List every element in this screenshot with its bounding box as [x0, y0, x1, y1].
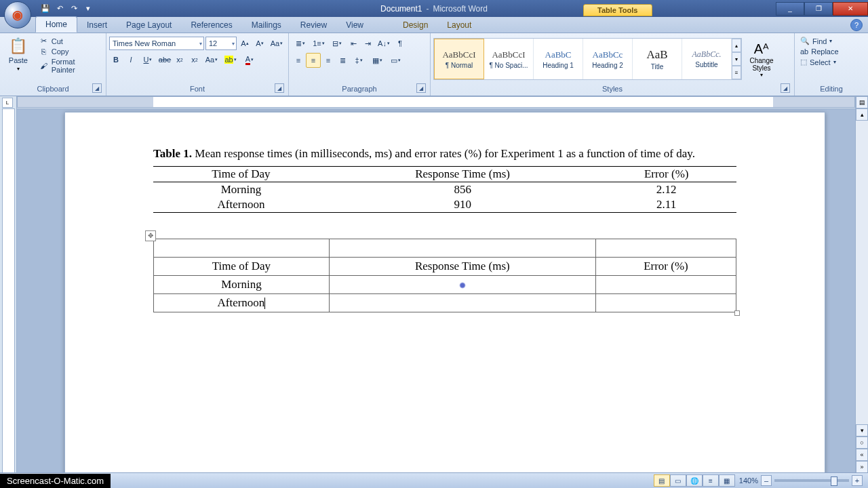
paste-button[interactable]: 📋 Paste ▾	[3, 35, 34, 75]
font-launcher[interactable]: ◢	[275, 83, 284, 93]
tab-view[interactable]: View	[336, 18, 373, 33]
font-color-button[interactable]: A	[241, 53, 258, 66]
title-bar: 💾 ↶ ↷ ▾ Document1-Microsoft Word Table T…	[0, 0, 868, 17]
tab-insert[interactable]: Insert	[77, 18, 117, 33]
find-button[interactable]: 🔍Find	[797, 36, 842, 46]
gallery-scroll[interactable]: ▴▾≡	[732, 39, 741, 79]
group-styles: AaBbCcI¶ Normal AaBbCcI¶ No Spaci... AaB…	[431, 33, 795, 96]
decrease-indent-button[interactable]: ⇤	[347, 37, 360, 50]
bullets-button[interactable]: ≣	[292, 37, 309, 50]
tab-review[interactable]: Review	[291, 18, 336, 33]
replace-icon: ab	[800, 47, 808, 56]
align-left-button[interactable]: ≡	[292, 54, 305, 67]
brush-icon: 🖌	[39, 62, 49, 70]
style-no-spacing[interactable]: AaBbCcI¶ No Spaci...	[484, 39, 534, 79]
style-heading1[interactable]: AaBbCHeading 1	[534, 39, 583, 79]
bold-button[interactable]: B	[109, 53, 123, 66]
style-heading2[interactable]: AaBbCcHeading 2	[583, 39, 633, 79]
cut-button[interactable]: ✂Cut	[37, 36, 103, 46]
style-normal[interactable]: AaBbCcI¶ Normal	[434, 39, 484, 79]
ribbon: 📋 Paste ▾ ✂Cut ⎘Copy 🖌Format Painter Cli…	[0, 33, 868, 96]
tab-design[interactable]: Design	[393, 18, 437, 33]
paragraph-launcher[interactable]: ◢	[416, 83, 426, 93]
copy-icon: ⎘	[39, 47, 49, 56]
help-icon[interactable]: ?	[850, 19, 863, 31]
styles-gallery[interactable]: AaBbCcI¶ Normal AaBbCcI¶ No Spaci... AaB…	[433, 38, 742, 80]
tab-home[interactable]: Home	[35, 16, 77, 33]
underline-button[interactable]: U	[139, 53, 157, 66]
change-case-button[interactable]: Aa	[203, 53, 220, 66]
increase-indent-button[interactable]: ⇥	[361, 37, 374, 50]
change-styles-button[interactable]: Aᴬ Change Styles ▾	[745, 41, 778, 78]
subscript-button[interactable]: x2	[173, 53, 186, 66]
shrink-font-button[interactable]: A▾	[253, 37, 267, 50]
close-button[interactable]: ✕	[833, 2, 868, 16]
show-marks-button[interactable]: ¶	[393, 37, 407, 50]
scissors-icon: ✂	[39, 37, 49, 45]
style-subtitle[interactable]: AaBbCc.Subtitle	[682, 39, 732, 79]
maximize-button[interactable]: ❐	[804, 2, 833, 16]
multilevel-button[interactable]: ⊟	[328, 37, 346, 50]
group-paragraph: ≣ 1≡ ⊟ ⇤ ⇥ A↓ ¶ ≡ ≡ ≡ ≣ ‡ ▦ ▭ Paragraph◢	[289, 33, 431, 96]
numbering-button[interactable]: 1≡	[310, 37, 328, 50]
paste-icon: 📋	[9, 37, 27, 55]
tab-mailings[interactable]: Mailings	[242, 18, 291, 33]
styles-launcher[interactable]: ◢	[781, 83, 790, 93]
find-icon: 🔍	[800, 37, 810, 45]
line-spacing-button[interactable]: ‡	[350, 54, 368, 67]
font-name-combo[interactable]: Times New Roman	[109, 37, 204, 50]
strike-button[interactable]: abe	[158, 53, 172, 66]
ribbon-tabs: Home Insert Page Layout References Maili…	[0, 17, 868, 33]
qat-save-icon[interactable]: 💾	[39, 3, 52, 15]
office-icon: ◉	[12, 7, 23, 22]
clear-formatting-button[interactable]: Aa	[268, 37, 285, 50]
qat-redo-icon[interactable]: ↷	[68, 3, 80, 15]
select-button[interactable]: ⬚Select	[797, 57, 842, 67]
font-size-combo[interactable]: 12	[205, 37, 237, 50]
clipboard-launcher[interactable]: ◢	[92, 83, 102, 93]
quick-access-toolbar: 💾 ↶ ↷ ▾	[39, 3, 94, 15]
select-icon: ⬚	[800, 58, 807, 66]
format-painter-button[interactable]: 🖌Format Painter	[37, 57, 103, 75]
group-clipboard: 📋 Paste ▾ ✂Cut ⎘Copy 🖌Format Painter Cli…	[0, 33, 106, 96]
group-label-font: Font	[190, 85, 205, 93]
group-label-editing: Editing	[820, 85, 843, 93]
style-title[interactable]: AaBTitle	[633, 39, 682, 79]
grow-font-button[interactable]: A▴	[238, 37, 252, 50]
tab-references[interactable]: References	[181, 18, 241, 33]
group-font: Times New Roman 12 A▴ A▾ Aa B I U abe x2…	[106, 33, 289, 96]
window-title: Document1-Microsoft Word	[0, 4, 868, 14]
tab-layout[interactable]: Layout	[437, 18, 481, 33]
italic-button[interactable]: I	[124, 53, 138, 66]
borders-button[interactable]: ▭	[387, 54, 404, 67]
align-right-button[interactable]: ≡	[321, 54, 335, 67]
align-center-button[interactable]: ≡	[306, 53, 321, 68]
copy-button[interactable]: ⎘Copy	[37, 47, 103, 56]
superscript-button[interactable]: x2	[188, 53, 201, 66]
tab-page-layout[interactable]: Page Layout	[117, 18, 181, 33]
minimize-button[interactable]: _	[776, 2, 804, 16]
replace-button[interactable]: abReplace	[797, 47, 842, 56]
group-label-styles: Styles	[602, 85, 623, 93]
shading-button[interactable]: ▦	[368, 54, 386, 67]
office-button[interactable]: ◉	[4, 1, 31, 28]
group-label-clipboard: Clipboard	[37, 85, 68, 93]
justify-button[interactable]: ≣	[336, 54, 349, 67]
highlight-button[interactable]: ab	[222, 53, 239, 66]
sort-button[interactable]: A↓	[375, 37, 393, 50]
contextual-tab-title: Table Tools	[583, 0, 652, 16]
qat-undo-icon[interactable]: ↶	[54, 3, 66, 15]
change-styles-icon: Aᴬ	[754, 41, 769, 57]
qat-customize-icon[interactable]: ▾	[82, 3, 94, 15]
group-editing: 🔍Find abReplace ⬚Select Editing	[795, 33, 868, 96]
group-label-paragraph: Paragraph	[342, 85, 376, 93]
